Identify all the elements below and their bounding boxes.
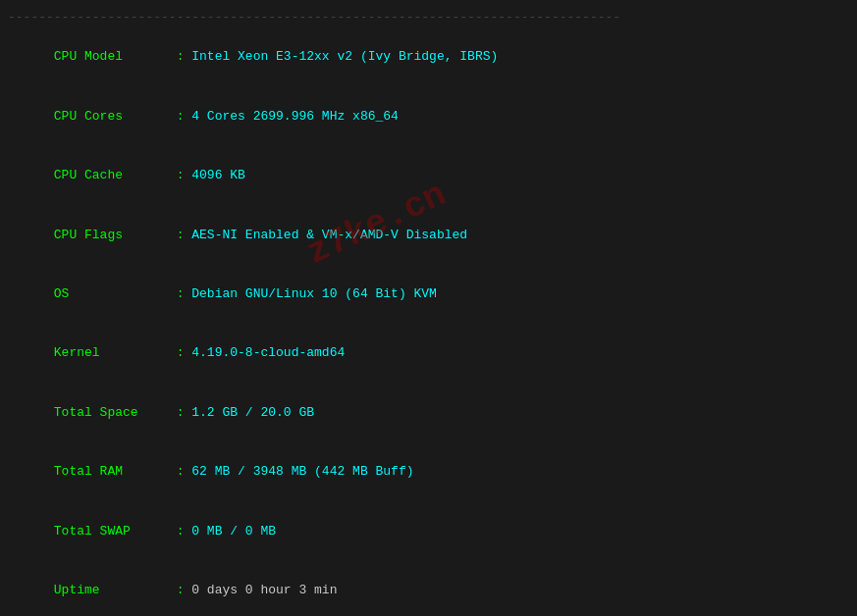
cpu-model-label: CPU Model: [54, 49, 169, 64]
total-swap-row: Total SWAP : 0 MB / 0 MB: [8, 502, 849, 561]
cpu-cache-label: CPU Cache: [54, 168, 169, 182]
cpu-model-value: Intel Xeon E3-12xx v2 (Ivy Bridge, IBRS): [191, 49, 498, 64]
total-space-value: 1.2 GB / 20.0 GB: [191, 405, 314, 420]
kernel-row: Kernel : 4.19.0-8-cloud-amd64: [8, 324, 849, 383]
uptime-row: Uptime : 0 days 0 hour 3 min: [8, 561, 849, 616]
kernel-label: Kernel: [54, 345, 169, 360]
cpu-cores-row: CPU Cores : 4 Cores 2699.996 MHz x86_64: [8, 87, 849, 146]
total-swap-label: Total SWAP: [54, 524, 169, 539]
system-info-section: CPU Model : Intel Xeon E3-12xx v2 (Ivy B…: [8, 27, 849, 616]
separator-top: ----------------------------------------…: [8, 8, 849, 27]
os-value: Debian GNU/Linux 10 (64 Bit) KVM: [191, 286, 437, 301]
os-row: OS : Debian GNU/Linux 10 (64 Bit) KVM: [8, 265, 849, 324]
os-label: OS: [54, 286, 169, 301]
kernel-value: 4.19.0-8-cloud-amd64: [191, 345, 345, 360]
cpu-cache-value: 4096 KB: [191, 168, 245, 182]
total-ram-value: 62 MB / 3948 MB (442 MB Buff): [191, 464, 413, 479]
cpu-flags-value: AES-NI Enabled & VM-x/AMD-V Disabled: [191, 228, 467, 242]
uptime-label: Uptime: [54, 583, 169, 597]
total-swap-value: 0 MB / 0 MB: [191, 524, 276, 539]
cpu-model-row: CPU Model : Intel Xeon E3-12xx v2 (Ivy B…: [8, 27, 849, 86]
cpu-cores-label: CPU Cores: [54, 109, 169, 124]
total-ram-label: Total RAM: [54, 464, 169, 479]
cpu-flags-label: CPU Flags: [54, 228, 169, 242]
cpu-cores-value: 4 Cores 2699.996 MHz x86_64: [191, 109, 399, 124]
total-ram-row: Total RAM : 62 MB / 3948 MB (442 MB Buff…: [8, 442, 849, 501]
uptime-value: 0 days 0 hour 3 min: [191, 583, 337, 597]
cpu-flags-row: CPU Flags : AES-NI Enabled & VM-x/AMD-V …: [8, 205, 849, 264]
total-space-label: Total Space: [54, 405, 169, 420]
cpu-cache-row: CPU Cache : 4096 KB: [8, 146, 849, 205]
terminal-output: z7ke.cn --------------------------------…: [8, 8, 849, 616]
total-space-row: Total Space : 1.2 GB / 20.0 GB: [8, 384, 849, 442]
